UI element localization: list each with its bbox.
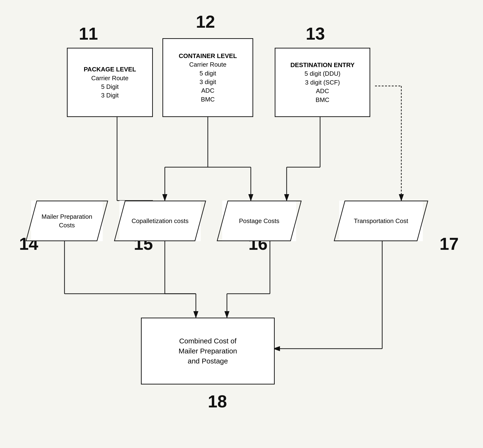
container-5digit: 5 digit (179, 69, 237, 78)
destination-5digit: 5 digit (DDU) (290, 69, 355, 78)
container-3digit: 3 digit (179, 78, 237, 86)
number-12: 12 (196, 12, 215, 32)
combined-cost-box: Combined Cost of Mailer Preparation and … (141, 318, 275, 384)
combined-line1: Combined Cost of (178, 336, 237, 346)
destination-adc: ADC (290, 87, 355, 95)
destination-bmc: BMC (290, 96, 355, 104)
package-level-box: PACKAGE LEVEL Carrier Route 5 Digit 3 Di… (67, 48, 153, 117)
package-level-line1: Carrier Route (84, 74, 136, 82)
mailer-prep-box: Mailer Preparation Costs (31, 200, 103, 241)
container-adc: ADC (179, 86, 237, 95)
combined-line3: and Postage (178, 356, 237, 366)
package-level-line3: 3 Digit (84, 91, 136, 100)
postage-label: Postage Costs (239, 216, 279, 225)
destination-3digit: 3 digit (SCF) (290, 78, 355, 87)
number-18: 18 (208, 392, 227, 411)
container-carrier: Carrier Route (179, 60, 237, 69)
destination-entry-box: DESTINATION ENTRY 5 digit (DDU) 3 digit … (275, 48, 370, 117)
transportation-box: Transportation Cost (339, 200, 423, 241)
container-level-title: CONTAINER LEVEL (179, 52, 237, 60)
postage-box: Postage Costs (222, 200, 296, 241)
number-11: 11 (79, 24, 98, 43)
package-level-title: PACKAGE LEVEL (84, 65, 136, 73)
copalletization-label: Copalletization costs (132, 216, 188, 225)
mailer-prep-label: Mailer Preparation Costs (38, 212, 96, 230)
container-bmc: BMC (179, 95, 237, 104)
transportation-label: Transportation Cost (354, 216, 408, 225)
number-13: 13 (306, 24, 325, 43)
container-level-box: CONTAINER LEVEL Carrier Route 5 digit 3 … (162, 38, 253, 117)
package-level-line2: 5 Digit (84, 82, 136, 91)
combined-line2: Mailer Preparation (178, 346, 237, 356)
diagram: 11 PACKAGE LEVEL Carrier Route 5 Digit 3… (0, 0, 483, 448)
destination-title: DESTINATION ENTRY (290, 61, 355, 69)
copalletization-box: Copalletization costs (120, 200, 201, 241)
number-17: 17 (440, 234, 459, 254)
